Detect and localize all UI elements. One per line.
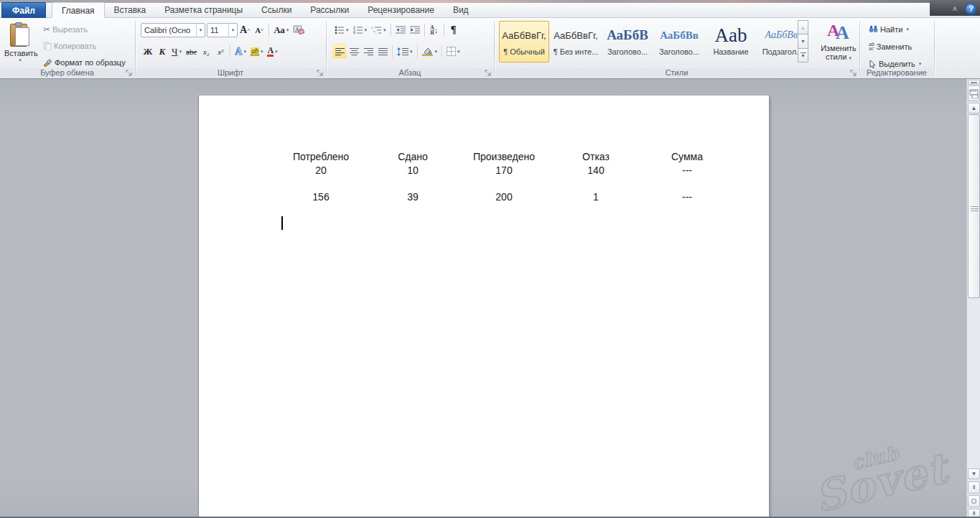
style-heading2[interactable]: АаБбВв Заголово...	[654, 21, 704, 63]
decrease-indent-button[interactable]	[393, 22, 408, 37]
style-no-spacing[interactable]: АаБбВвГг, ¶ Без инте...	[551, 21, 601, 63]
document-page[interactable]: Потреблено Сдано Произведено Отказ Сумма…	[199, 96, 769, 518]
align-right-icon	[364, 47, 373, 56]
format-painter-button[interactable]: Формат по образцу	[40, 55, 129, 70]
borders-button[interactable]	[444, 44, 462, 59]
doc-value-cell: 39	[407, 191, 419, 203]
tab-file[interactable]: Файл	[1, 2, 46, 18]
styles-gallery-scroll: ▲ ▼ ▼	[798, 20, 808, 62]
replace-button[interactable]: ab ac Заменить	[866, 39, 924, 54]
doc-header-cell: Произведено	[473, 151, 535, 162]
scroll-up-arrow[interactable]: ▲	[968, 103, 980, 114]
style-heading1[interactable]: АаБбВ Заголово...	[602, 21, 653, 63]
svg-text:3: 3	[353, 32, 355, 34]
paragraph-dialog-launcher[interactable]	[485, 70, 492, 77]
align-left-button[interactable]	[332, 44, 347, 59]
clipboard-dialog-launcher[interactable]	[126, 70, 133, 77]
tab-mailings[interactable]: Рассылки	[301, 2, 358, 18]
justify-button[interactable]	[375, 44, 390, 59]
align-right-button[interactable]	[361, 44, 375, 59]
multilevel-list-button[interactable]: 1ai	[369, 22, 388, 37]
split-handle[interactable]	[968, 80, 980, 85]
select-label: Выделить	[879, 60, 915, 68]
highlight-icon: ab	[251, 47, 259, 56]
decrease-indent-icon	[396, 26, 406, 34]
vertical-scrollbar[interactable]: ▲ ▼ ⇞ ⇟	[966, 79, 980, 518]
line-spacing-button[interactable]	[395, 44, 415, 59]
doc-value-cell: ---	[682, 191, 692, 203]
scrollbar-thumb[interactable]	[968, 114, 980, 298]
sort-button[interactable]: АЯ ↓	[427, 22, 442, 37]
tab-home[interactable]: Главная	[52, 2, 105, 18]
cut-label: Вырезать	[52, 25, 88, 34]
styles-dialog-launcher[interactable]	[850, 70, 857, 77]
style-title[interactable]: Aab Название	[706, 21, 756, 63]
svg-text:a: a	[373, 29, 375, 32]
underline-button[interactable]: Ч	[169, 44, 184, 59]
line-spacing-icon	[397, 47, 409, 56]
font-size-combo[interactable]: 11 ▾	[207, 23, 238, 37]
numbering-icon: 123	[353, 26, 363, 34]
bold-button[interactable]: Ж	[141, 44, 155, 59]
paragraph-group-label: Абзац	[327, 68, 493, 78]
doc-value-cell: 10	[407, 165, 419, 176]
borders-icon	[447, 47, 456, 56]
highlight-color-button[interactable]: ab	[248, 44, 266, 59]
tab-review[interactable]: Рецензирование	[358, 2, 444, 18]
find-button[interactable]: Найти	[866, 22, 924, 37]
tab-view[interactable]: Вид	[444, 2, 478, 18]
styles-more-button[interactable]: ▼	[798, 48, 808, 63]
tab-page-layout[interactable]: Разметка страницы	[155, 2, 252, 18]
subscript-button[interactable]: x₂	[199, 44, 213, 59]
font-dialog-launcher[interactable]	[317, 70, 324, 77]
replace-icon: ab ac	[869, 42, 874, 51]
paste-button[interactable]: Вставить ▾	[4, 20, 37, 68]
cut-button[interactable]: ✂ Вырезать	[40, 22, 129, 37]
ruler-icon	[969, 89, 979, 98]
numbering-button[interactable]: 123	[351, 22, 370, 37]
minimize-ribbon-icon[interactable]: ˄	[949, 4, 961, 14]
tab-references[interactable]: Ссылки	[252, 2, 301, 18]
shading-button[interactable]	[420, 44, 440, 59]
align-center-button[interactable]	[347, 44, 361, 59]
bullets-button[interactable]	[332, 22, 351, 37]
group-clipboard: Вставить ▾ ✂ Вырезать Копировать Формат …	[0, 18, 136, 78]
copy-button[interactable]: Копировать	[40, 38, 129, 53]
strikethrough-button[interactable]: abc	[184, 44, 199, 59]
increase-indent-button[interactable]	[408, 22, 422, 37]
select-browse-object-button[interactable]	[968, 495, 980, 507]
text-effects-button[interactable]: А	[233, 44, 248, 59]
doc-header-cell: Отказ	[582, 151, 610, 162]
font-name-combo[interactable]: Calibri (Осно ▾	[141, 23, 205, 37]
document-workspace[interactable]: Потреблено Сдано Произведено Отказ Сумма…	[0, 79, 980, 518]
superscript-button[interactable]: x²	[213, 44, 228, 59]
grow-font-button[interactable]: А˄	[238, 22, 252, 37]
help-button[interactable]: ?	[965, 3, 977, 15]
show-marks-button[interactable]: ¶	[447, 22, 461, 37]
style-normal[interactable]: АаБбВвГг, ¶ Обычный	[499, 21, 549, 63]
editing-group-label: Редактирование	[860, 68, 933, 78]
change-styles-button[interactable]: А А Изменитьстили ▾	[819, 20, 858, 63]
font-size-dropdown-arrow[interactable]: ▾	[228, 24, 237, 37]
scroll-down-arrow[interactable]: ▼	[968, 468, 980, 479]
group-font: Calibri (Осно ▾ 11 ▾ А˄ А˅ Аа Аа Ж К	[136, 18, 327, 78]
styles-scroll-down[interactable]: ▼	[798, 34, 808, 48]
doc-header-cell: Сдано	[398, 151, 428, 162]
tab-insert[interactable]: Вставка	[105, 2, 156, 18]
shrink-font-button[interactable]: А˅	[252, 22, 266, 37]
paste-icon	[9, 22, 31, 48]
clear-formatting-button[interactable]: Аа	[291, 22, 307, 37]
clipboard-group-label: Буфер обмена	[0, 68, 134, 78]
bullets-icon	[335, 26, 345, 34]
styles-scroll-up[interactable]: ▲	[798, 20, 808, 34]
ruler-toggle-button[interactable]	[968, 85, 980, 101]
doc-value-cell: 140	[587, 165, 604, 176]
previous-page-button[interactable]: ⇞	[968, 481, 980, 494]
ribbon-tabs: Файл Главная Вставка Разметка страницы С…	[1, 2, 478, 18]
italic-button[interactable]: К	[155, 44, 169, 59]
font-color-button[interactable]: А	[265, 44, 279, 59]
font-name-dropdown-arrow[interactable]: ▾	[196, 24, 205, 37]
doc-value-cell: ---	[682, 165, 692, 176]
paste-dropdown-arrow[interactable]: ▾	[4, 57, 36, 63]
change-case-button[interactable]: Аа	[271, 22, 291, 37]
